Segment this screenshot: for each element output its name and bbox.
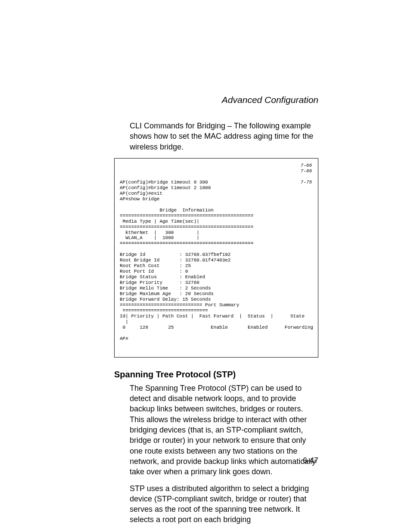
page-number: 6-47 — [303, 456, 318, 465]
cli-output-text: AP(config)#bridge timeout 0 300 AP(confi… — [120, 180, 313, 342]
page-refs: 7-66 7-66 7-75 — [301, 163, 312, 185]
running-header: Advanced Configuration — [222, 95, 318, 105]
body-content: CLI Commands for Bridging – The followin… — [114, 121, 318, 525]
intro-paragraph: CLI Commands for Bridging – The followin… — [130, 121, 318, 152]
stp-paragraph-1: The Spanning Tree Protocol (STP) can be … — [130, 383, 318, 477]
page: Advanced Configuration CLI Commands for … — [0, 0, 411, 532]
cli-output-box: 7-66 7-66 7-75 AP(config)#bridge timeout… — [114, 158, 318, 358]
section-heading-stp: Spanning Tree Protocol (STP) — [114, 370, 318, 380]
stp-paragraph-2: STP uses a distributed algorithm to sele… — [130, 483, 318, 525]
